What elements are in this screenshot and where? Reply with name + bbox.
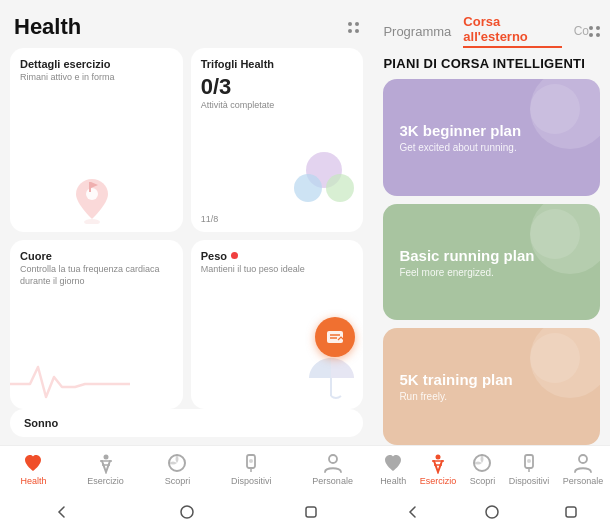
trifogli-title: Trifogli Health xyxy=(201,58,354,70)
tab-co[interactable]: Co xyxy=(574,24,589,38)
svg-point-1 xyxy=(86,188,98,200)
right-more-icon[interactable] xyxy=(589,26,600,37)
heart-title: Cuore xyxy=(20,250,173,262)
svg-point-16 xyxy=(329,455,337,463)
right-dispositivi-label: Dispositivi xyxy=(509,476,550,486)
left-content: Dettagli esercizio Rimani attivo e in fo… xyxy=(0,48,373,526)
peso-subtitle: Mantieni il tuo peso ideale xyxy=(201,264,354,276)
right-header: Programma Corsa all'esterno Co xyxy=(373,0,610,56)
recents-button[interactable] xyxy=(301,502,321,522)
svg-point-19 xyxy=(435,455,440,460)
left-bottom-nav: Health Esercizio xyxy=(0,445,373,496)
plan-3k[interactable]: 3K beginner plan Get excited about runni… xyxy=(383,79,600,196)
bubbles-decoration xyxy=(292,150,357,210)
sonno-card[interactable]: Sonno xyxy=(10,409,363,437)
plan-5k-title: 5K training plan xyxy=(399,371,584,388)
fab-icon xyxy=(324,326,346,348)
right-bottom-wrapper: Health Esercizio xyxy=(373,445,610,526)
right-home-button[interactable] xyxy=(482,502,502,522)
peso-decoration xyxy=(304,350,359,405)
app-title: Health xyxy=(14,14,81,40)
peso-title: Peso xyxy=(201,250,227,262)
svg-point-11 xyxy=(103,455,108,460)
nav-item-dispositivi[interactable]: Dispositivi xyxy=(231,452,272,486)
nav-item-esercizio[interactable]: Esercizio xyxy=(87,452,124,486)
sonno-label: Sonno xyxy=(24,417,58,429)
nav-item-scopri[interactable]: Scopri xyxy=(165,452,191,486)
scopri-nav-label: Scopri xyxy=(165,476,191,486)
left-system-nav xyxy=(0,496,373,526)
tab-corsa[interactable]: Corsa all'esterno xyxy=(463,14,561,48)
right-bottom-nav: Health Esercizio xyxy=(373,445,610,496)
svg-point-6 xyxy=(326,174,354,202)
trifogli-card[interactable]: Trifogli Health 0/3 Attività completate … xyxy=(191,48,364,232)
home-button[interactable] xyxy=(177,502,197,522)
right-scopri-label: Scopri xyxy=(470,476,496,486)
svg-rect-18 xyxy=(306,507,316,517)
trifogli-activities: Attività completate xyxy=(201,100,354,110)
personale-nav-label: Personale xyxy=(312,476,353,486)
esercizio-nav-icon xyxy=(95,452,117,474)
right-back-button[interactable] xyxy=(403,502,423,522)
cards-grid: Dettagli esercizio Rimani attivo e in fo… xyxy=(0,48,373,409)
right-nav-personale[interactable]: Personale xyxy=(563,452,604,486)
right-recents-button[interactable] xyxy=(561,502,581,522)
trifogli-count: 0/3 xyxy=(201,74,232,100)
svg-rect-2 xyxy=(89,182,91,192)
right-esercizio-label: Esercizio xyxy=(420,476,457,486)
plan-5k-subtitle: Run freely. xyxy=(399,391,584,402)
health-nav-label: Health xyxy=(20,476,46,486)
right-nav-esercizio[interactable]: Esercizio xyxy=(420,452,457,486)
peso-card[interactable]: Peso Mantieni il tuo peso ideale xyxy=(191,240,364,409)
right-system-nav xyxy=(373,496,610,526)
right-personale-label: Personale xyxy=(563,476,604,486)
left-panel: Health Dettagli esercizio Rimani attivo … xyxy=(0,0,373,526)
right-health-label: Health xyxy=(380,476,406,486)
svg-rect-26 xyxy=(566,507,576,517)
left-header: Health xyxy=(0,0,373,48)
left-bottom-wrapper: Health Esercizio xyxy=(0,445,373,526)
map-pin-icon xyxy=(72,174,112,224)
personale-nav-icon xyxy=(322,452,344,474)
exercise-card[interactable]: Dettagli esercizio Rimani attivo e in fo… xyxy=(10,48,183,232)
svg-point-15 xyxy=(249,459,253,463)
more-options-icon[interactable] xyxy=(348,22,359,33)
right-nav-health[interactable]: Health xyxy=(380,452,406,486)
right-esercizio-icon xyxy=(427,452,449,474)
right-dispositivi-icon xyxy=(518,452,540,474)
plan-3k-subtitle: Get excited about running. xyxy=(399,142,584,153)
svg-point-24 xyxy=(579,455,587,463)
nav-item-health[interactable]: Health xyxy=(20,452,46,486)
heart-subtitle: Controlla la tua frequenza cardiaca dura… xyxy=(20,264,173,287)
scopri-nav-icon xyxy=(166,452,188,474)
svg-point-25 xyxy=(486,506,498,518)
dispositivi-nav-icon xyxy=(240,452,262,474)
plan-basic-title: Basic running plan xyxy=(399,247,584,264)
section-title: PIANI DI CORSA INTELLIGENTI xyxy=(373,56,610,79)
svg-point-17 xyxy=(181,506,193,518)
plans-list: 3K beginner plan Get excited about runni… xyxy=(373,79,610,445)
plan-basic-subtitle: Feel more energized. xyxy=(399,267,584,278)
plan-basic[interactable]: Basic running plan Feel more energized. xyxy=(383,204,600,321)
nav-item-personale[interactable]: Personale xyxy=(312,452,353,486)
trifogli-date: 11/8 xyxy=(201,214,219,224)
right-nav-scopri[interactable]: Scopri xyxy=(470,452,496,486)
health-nav-icon xyxy=(22,452,44,474)
heart-card[interactable]: Cuore Controlla la tua frequenza cardiac… xyxy=(10,240,183,409)
exercise-subtitle: Rimani attivo e in forma xyxy=(20,72,173,84)
right-tabs: Programma Corsa all'esterno Co xyxy=(383,14,589,48)
right-nav-dispositivi[interactable]: Dispositivi xyxy=(509,452,550,486)
svg-point-23 xyxy=(527,459,531,463)
esercizio-nav-label: Esercizio xyxy=(87,476,124,486)
right-panel: Programma Corsa all'esterno Co PIANI DI … xyxy=(373,0,610,526)
peso-alert-dot xyxy=(231,252,238,259)
plan-3k-title: 3K beginner plan xyxy=(399,122,584,139)
dispositivi-nav-label: Dispositivi xyxy=(231,476,272,486)
plan-5k[interactable]: 5K training plan Run freely. xyxy=(383,328,600,445)
tab-programma[interactable]: Programma xyxy=(383,24,451,39)
right-health-icon xyxy=(382,452,404,474)
right-personale-icon xyxy=(572,452,594,474)
svg-point-5 xyxy=(294,174,322,202)
back-button[interactable] xyxy=(52,502,72,522)
exercise-title: Dettagli esercizio xyxy=(20,58,173,70)
